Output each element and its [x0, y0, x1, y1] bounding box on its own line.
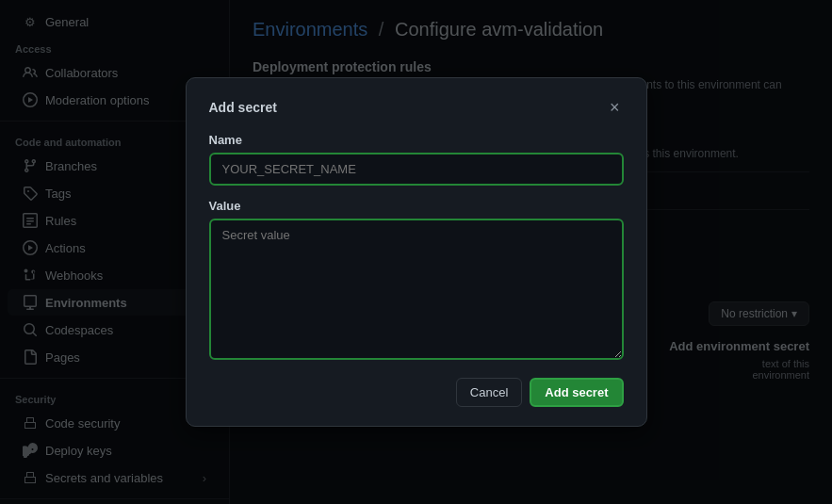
- add-secret-modal: Add secret × Name Value Cancel Add secre…: [186, 77, 647, 427]
- modal-header: Add secret ×: [209, 97, 624, 118]
- value-label: Value: [209, 199, 624, 213]
- value-form-group: Value: [209, 199, 624, 363]
- add-secret-button[interactable]: Add secret: [530, 378, 623, 407]
- modal-close-button[interactable]: ×: [606, 97, 624, 118]
- name-form-group: Name: [209, 133, 624, 186]
- name-label: Name: [209, 133, 624, 147]
- cancel-button[interactable]: Cancel: [456, 378, 522, 407]
- modal-overlay: Add secret × Name Value Cancel Add secre…: [0, 0, 832, 504]
- modal-title: Add secret: [209, 100, 277, 115]
- value-textarea[interactable]: [209, 219, 624, 360]
- modal-footer: Cancel Add secret: [209, 378, 624, 407]
- name-input[interactable]: [209, 153, 624, 186]
